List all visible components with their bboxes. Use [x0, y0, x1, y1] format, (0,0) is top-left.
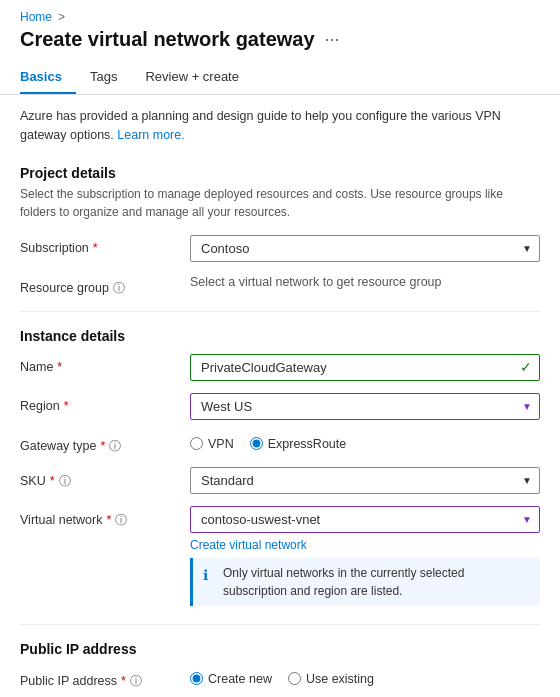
- tab-tags[interactable]: Tags: [90, 61, 131, 94]
- vnet-info-icon: ⓘ: [115, 512, 127, 529]
- gateway-type-label: Gateway type * ⓘ: [20, 432, 180, 455]
- breadcrumb: Home >: [0, 0, 560, 28]
- divider-2: [20, 624, 540, 625]
- public-ip-create-new-label: Create new: [208, 672, 272, 686]
- project-details-desc: Select the subscription to manage deploy…: [0, 185, 560, 229]
- public-ip-info-icon: ⓘ: [130, 673, 142, 690]
- gateway-type-vpn-option[interactable]: VPN: [190, 437, 234, 451]
- public-ip-control: Create new Use existing: [190, 667, 540, 686]
- gateway-type-info-icon: ⓘ: [109, 438, 121, 455]
- vnet-info-icon-sm: ℹ: [203, 565, 217, 586]
- subscription-row: Subscription * Contoso ▼: [0, 229, 560, 268]
- divider-1: [20, 311, 540, 312]
- resource-group-row: Resource group ⓘ Select a virtual networ…: [0, 268, 560, 303]
- info-banner: Azure has provided a planning and design…: [20, 107, 540, 145]
- sku-row: SKU * ⓘ Standard ▼: [0, 461, 560, 500]
- sku-select-wrapper[interactable]: Standard ▼: [190, 467, 540, 494]
- resource-group-hint: Select a virtual network to get resource…: [190, 269, 442, 289]
- page-header: Create virtual network gateway ···: [0, 28, 560, 61]
- home-link[interactable]: Home: [20, 10, 52, 24]
- region-label: Region *: [20, 393, 180, 413]
- gateway-type-expressroute-radio[interactable]: [250, 437, 263, 450]
- name-required: *: [57, 360, 62, 374]
- public-ip-use-existing-label: Use existing: [306, 672, 374, 686]
- region-select[interactable]: West US: [190, 393, 540, 420]
- gateway-type-row: Gateway type * ⓘ VPN ExpressRoute: [0, 426, 560, 461]
- subscription-select[interactable]: Contoso: [190, 235, 540, 262]
- gateway-type-expressroute-label: ExpressRoute: [268, 437, 347, 451]
- gateway-type-required: *: [100, 439, 105, 453]
- learn-more-link[interactable]: Learn more.: [117, 128, 184, 142]
- sku-select[interactable]: Standard: [190, 467, 540, 494]
- region-control: West US ▼: [190, 393, 540, 420]
- public-ip-label: Public IP address * ⓘ: [20, 667, 180, 690]
- public-ip-create-new-radio[interactable]: [190, 672, 203, 685]
- resource-group-control: Select a virtual network to get resource…: [190, 274, 540, 289]
- tabs: Basics Tags Review + create: [0, 61, 560, 95]
- vnet-label: Virtual network * ⓘ: [20, 506, 180, 529]
- public-ip-use-existing-radio[interactable]: [288, 672, 301, 685]
- subscription-select-wrapper[interactable]: Contoso ▼: [190, 235, 540, 262]
- name-valid-icon: ✓: [520, 359, 532, 375]
- sku-required: *: [50, 474, 55, 488]
- page-title: Create virtual network gateway: [20, 28, 315, 51]
- public-ip-radio-group: Create new Use existing: [190, 667, 540, 686]
- resource-group-info-icon: ⓘ: [113, 280, 125, 297]
- name-row: Name * ✓: [0, 348, 560, 387]
- gateway-type-radio-group: VPN ExpressRoute: [190, 432, 540, 451]
- more-options-icon[interactable]: ···: [325, 29, 340, 50]
- breadcrumb-sep: >: [58, 10, 65, 24]
- vnet-info-note: ℹ Only virtual networks in the currently…: [190, 558, 540, 606]
- region-required: *: [64, 399, 69, 413]
- subscription-required: *: [93, 241, 98, 255]
- subscription-control: Contoso ▼: [190, 235, 540, 262]
- sku-label: SKU * ⓘ: [20, 467, 180, 490]
- project-details-title: Project details: [0, 157, 560, 185]
- vnet-select-wrapper[interactable]: contoso-uswest-vnet ▼: [190, 506, 540, 533]
- vnet-row: Virtual network * ⓘ contoso-uswest-vnet …: [0, 500, 560, 616]
- public-ip-use-existing-option[interactable]: Use existing: [288, 672, 374, 686]
- name-input-wrapper[interactable]: ✓: [190, 354, 540, 381]
- resource-group-label: Resource group ⓘ: [20, 274, 180, 297]
- gateway-type-expressroute-option[interactable]: ExpressRoute: [250, 437, 347, 451]
- gateway-type-vpn-radio[interactable]: [190, 437, 203, 450]
- region-select-wrapper[interactable]: West US ▼: [190, 393, 540, 420]
- name-control: ✓: [190, 354, 540, 381]
- tab-review-create[interactable]: Review + create: [145, 61, 253, 94]
- public-ip-row: Public IP address * ⓘ Create new Use exi…: [0, 661, 560, 696]
- sku-control: Standard ▼: [190, 467, 540, 494]
- subscription-label: Subscription *: [20, 235, 180, 255]
- gateway-type-control: VPN ExpressRoute: [190, 432, 540, 451]
- sku-info-icon: ⓘ: [59, 473, 71, 490]
- vnet-control: contoso-uswest-vnet ▼ Create virtual net…: [190, 506, 540, 610]
- vnet-select[interactable]: contoso-uswest-vnet: [190, 506, 540, 533]
- name-label: Name *: [20, 354, 180, 374]
- create-vnet-link[interactable]: Create virtual network: [190, 538, 307, 552]
- name-input[interactable]: [190, 354, 540, 381]
- public-ip-create-new-option[interactable]: Create new: [190, 672, 272, 686]
- instance-details-title: Instance details: [0, 320, 560, 348]
- vnet-required: *: [106, 513, 111, 527]
- region-row: Region * West US ▼: [0, 387, 560, 426]
- tab-basics[interactable]: Basics: [20, 61, 76, 94]
- public-ip-required: *: [121, 674, 126, 688]
- gateway-type-vpn-label: VPN: [208, 437, 234, 451]
- public-ip-title: Public IP address: [0, 633, 560, 661]
